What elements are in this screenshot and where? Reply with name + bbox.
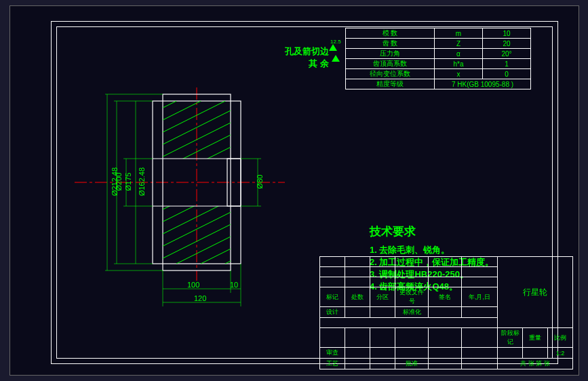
param-sym: m (435, 28, 483, 39)
dim-w3: 120 (194, 294, 206, 302)
title-block: 行星轮 标记处数分区更改文件号签名年,月,日 设计标准化 设计阶段标记重量比例 … (319, 256, 573, 369)
param-val: 10 (483, 28, 531, 39)
dim-d4: Ø162.48 (138, 167, 146, 196)
cad-viewport: 模 数m10 齿 数Z20 压力角α20° 齿顶高系数h*a1 径向变位系数x0… (0, 0, 588, 381)
dim-d5: Ø80 (256, 175, 264, 189)
surface-finish-note: 孔及箭切边 其 余 (285, 45, 329, 70)
tech-req-title: 技术要求 (370, 224, 494, 240)
dim-w2: 10 (230, 281, 238, 289)
roughness-icon (332, 55, 340, 62)
gear-section-drawing: Ø212.48 Ø200 Ø175 Ø162.48 Ø80 100 10 120 (75, 77, 285, 321)
roughness-icon (329, 44, 337, 51)
gear-parameter-table: 模 数m10 齿 数Z20 压力角α20° 齿顶高系数h*a1 径向变位系数x0… (345, 28, 531, 89)
dim-d2: Ø200 (115, 173, 123, 191)
surface-finish-symbols: 12.5 (329, 44, 350, 63)
dim-w1: 100 (187, 281, 199, 289)
param-label: 模 数 (346, 28, 435, 39)
part-name: 行星轮 (523, 287, 547, 297)
cad-workspace[interactable]: 模 数m10 齿 数Z20 压力角α20° 齿顶高系数h*a1 径向变位系数x0… (9, 5, 579, 376)
dim-d3: Ø175 (124, 173, 132, 191)
